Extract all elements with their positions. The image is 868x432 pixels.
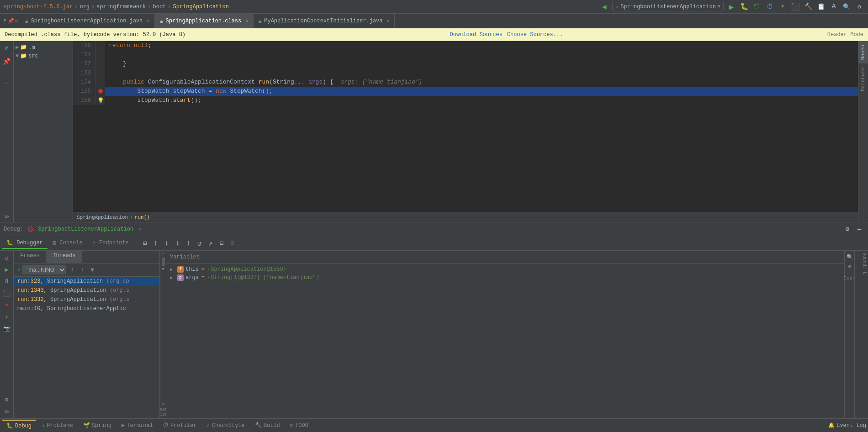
debug-session-close[interactable]: ✕ [139, 226, 142, 232]
bottom-tab-spring[interactable]: 🌱 Spring [79, 420, 116, 431]
force-btn[interactable]: ⚡ [2, 312, 12, 322]
screenshot-btn[interactable]: 📷 [2, 324, 12, 334]
tab-spring-application[interactable]: ☕ SpringApplication.class ✕ [155, 14, 254, 28]
force-step-into-btn[interactable]: ↓ [173, 238, 183, 248]
resume-btn[interactable]: ▶ [2, 264, 12, 274]
var-expand-args[interactable]: ▶ [170, 275, 175, 280]
bottom-tab-terminal[interactable]: ▶ Terminal [117, 420, 158, 431]
sdk-button[interactable]: 📋 [816, 2, 826, 12]
build-button[interactable]: 🔨 [803, 2, 813, 12]
stop-debug-btn[interactable]: ⬛ [2, 288, 12, 298]
profile-button[interactable]: ⏱ [765, 2, 775, 12]
tab-icon-pin[interactable]: 📌 [8, 18, 14, 24]
breadcrumb-pkg2[interactable]: springframework [96, 4, 146, 10]
tab-my-app-context[interactable]: ☕ MyApplicationContextInitializer.java ✕ [254, 14, 395, 28]
bc-method[interactable]: run() [135, 215, 150, 220]
bottom-checkstyle-icon: ✓ [207, 422, 210, 429]
scroll-down-btn[interactable]: ▼ [160, 266, 166, 273]
var-item-args[interactable]: ▶ p args = {String[1]@1337} ["name-tianj… [166, 274, 844, 282]
thread-selector[interactable]: "ma...NING" [22, 265, 66, 274]
coverage-button[interactable]: 🛡 [752, 2, 762, 12]
filter-btn[interactable]: ▼ [88, 266, 96, 274]
extra-btn-3[interactable]: 110 [160, 412, 166, 416]
step-over-btn[interactable]: ↑ [151, 238, 161, 248]
bottom-tab-checkstyle[interactable]: ✓ CheckStyle [202, 420, 249, 431]
console-tab[interactable]: ▤ Console [48, 237, 87, 249]
left-sidebar: P 📌 ≡ ≫ [0, 41, 14, 222]
sidebar-icon-2[interactable]: 📌 [1, 56, 12, 67]
sort-desc-btn[interactable]: ↓ [78, 266, 86, 274]
database-tab[interactable]: Database [858, 63, 868, 95]
project-tab-icon[interactable]: P [4, 18, 7, 24]
back-btn[interactable]: ◀ [599, 2, 609, 12]
profile-dropdown[interactable]: ▼ [778, 2, 788, 12]
settings-top-btn[interactable]: ⚙ [854, 2, 864, 12]
download-sources-link[interactable]: Download Sources [450, 32, 503, 38]
tab-icon-more[interactable]: ≡ [15, 18, 18, 24]
threads-sub-tab[interactable]: Threads [46, 251, 82, 263]
debug-settings-btn[interactable]: ⚙ [842, 224, 852, 234]
breakpoint-155[interactable] [98, 89, 103, 94]
debugger-tab[interactable]: 🐛 Debugger [2, 237, 48, 249]
var-item-this[interactable]: ▶ f this = {SpringApplication@1559} [166, 265, 844, 274]
frames-btn[interactable]: ⊟ [217, 238, 227, 248]
breadcrumb-pkg1[interactable]: org [79, 4, 90, 10]
extra-btn-2[interactable]: 010 [160, 407, 166, 411]
bulb-icon-156[interactable]: 💡 [97, 97, 104, 104]
gutter-156[interactable]: 💡 [96, 96, 105, 105]
tab-close-2[interactable]: ✕ [245, 18, 249, 24]
pause-btn[interactable]: ⏸ [2, 276, 12, 286]
frame-item-3[interactable]: main:10, SpringbootListenerApplic [14, 304, 159, 313]
tab-springboot-listener[interactable]: ☕ SpringbootListenerApplication.java ✕ [20, 14, 155, 28]
extra-btn-1[interactable]: ∞ [162, 401, 164, 406]
run-config-dropdown[interactable]: ☕ SpringbootListenerApplication ▼ [612, 2, 724, 11]
tree-item-m[interactable]: ▶ 📁 .m [14, 43, 73, 52]
bc-class[interactable]: SpringApplication [77, 215, 128, 220]
debug-settings-side-btn[interactable]: ⚙ [2, 395, 12, 405]
debug-minimize-btn[interactable]: — [854, 224, 864, 234]
drt-settings-icon[interactable]: ⚙ [846, 262, 854, 270]
frame-item-1[interactable]: run:1343, SpringApplication {org.s [14, 286, 159, 295]
bottom-tab-todo[interactable]: ☑ TODO [286, 420, 313, 431]
breakpoint-btn[interactable]: ● [2, 300, 12, 310]
search-everywhere-btn[interactable]: 🔍 [842, 2, 852, 12]
bottom-tab-debug[interactable]: 🐛 Debug [2, 420, 36, 431]
reader-mode-btn[interactable]: Reader Mode [827, 32, 863, 38]
debug-button[interactable]: 🐛 [739, 2, 749, 12]
tab-close-3[interactable]: ✕ [387, 18, 390, 24]
endpoints-tab[interactable]: ⚡ Endpoints [88, 237, 133, 249]
evaluate-btn[interactable]: ↗ [206, 238, 216, 248]
more-btn[interactable]: ≫ [2, 406, 12, 416]
frame-item-2[interactable]: run:1332, SpringApplication {org.s [14, 295, 159, 304]
rerun-btn[interactable]: ↺ [2, 253, 12, 263]
var-expand-this[interactable]: ▶ [170, 267, 175, 272]
frames-sub-tab[interactable]: Frames [14, 251, 46, 263]
bottom-tab-profiler[interactable]: ⏱ Profiler [159, 420, 201, 431]
sort-asc-btn[interactable]: ↑ [68, 266, 76, 274]
tree-item-src[interactable]: ▼ 📁 src [14, 52, 73, 60]
stop-button[interactable]: ⬛ [790, 2, 800, 12]
breadcrumb-class: SpringApplication [173, 4, 229, 10]
choose-sources-link[interactable]: Choose Sources... [507, 32, 563, 38]
scroll-up-btn[interactable]: + [160, 251, 166, 257]
bottom-tab-build[interactable]: 🔨 Build [250, 420, 285, 431]
sidebar-icon-4[interactable]: ≫ [1, 211, 12, 222]
drt-search-icon[interactable]: 🔍 [846, 253, 854, 261]
bottom-tab-problems[interactable]: ⚠ Problems [37, 420, 78, 431]
run-button[interactable]: ▶ [726, 2, 736, 12]
frame-item-0[interactable]: run:323, SpringApplication {org.sp [14, 277, 159, 286]
step-into-btn[interactable]: ↓ [162, 238, 172, 248]
sidebar-structure-icon[interactable]: ≡ [1, 78, 12, 89]
breadcrumb-project[interactable]: spring-boot-2.5.6.jar [4, 4, 73, 10]
maven-tab[interactable]: Maven [858, 41, 868, 63]
lang-button[interactable]: A [829, 2, 839, 12]
event-log-label[interactable]: Event Log [836, 422, 866, 429]
debug-layout-btn[interactable]: ⊞ [140, 238, 150, 248]
run-to-cursor-btn[interactable]: ↺ [195, 238, 205, 248]
breadcrumb-pkg4[interactable]: boot [153, 4, 166, 10]
debug-more-btn[interactable]: ≡ [228, 238, 238, 248]
sidebar-project-icon[interactable]: P [1, 43, 12, 54]
step-out-btn[interactable]: ↑ [184, 238, 194, 248]
gutter-155[interactable] [96, 87, 105, 96]
tab-close-1[interactable]: ✕ [147, 18, 150, 24]
